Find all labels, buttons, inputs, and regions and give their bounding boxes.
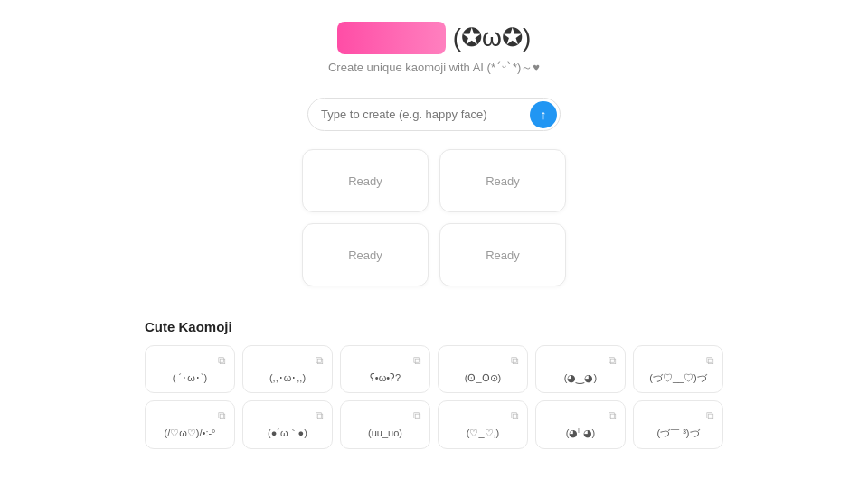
kaomoji-section: Cute Kaomoji ⧉( ´･ω･`)⧉(,,･ω･,,)⧉ʕ•ω•ʔ?⧉… [145,319,723,456]
kaomoji-text-r0-c3: (ʘ_ʘ⊙) [444,371,522,385]
kaomoji-grid-row-2: ⧉(/♡ω♡)/•:-°⧉(●´ω｀●)⧉(uu_uo)⧉(♡_♡,)⧉(◕ˡ … [145,400,723,448]
result-card-3-status: Ready [348,249,382,262]
kaomoji-grid-row-1: ⧉( ´･ω･`)⧉(,,･ω･,,)⧉ʕ•ω•ʔ?⧉(ʘ_ʘ⊙)⧉(◕‿◕)⧉… [145,345,723,393]
result-card-4: Ready [439,223,566,286]
kaomoji-card-r0-c0: ⧉( ´･ω･`) [145,345,235,393]
kaomoji-copy-button-r1-c2[interactable]: ⧉ [410,408,424,423]
kaomoji-text-r1-c1: (●´ω｀●) [249,427,326,440]
kaomoji-copy-button-r1-c5[interactable]: ⧉ [703,408,717,423]
kaomoji-text-r1-c3: (♡_♡,) [444,427,522,440]
header: (✪ω✪) Create unique kaomoji with AI (*ˊᵕ… [328,22,540,76]
kaomoji-text-r0-c4: (◕‿◕) [542,371,619,385]
result-card-1-status: Ready [348,174,382,188]
section-title: Cute Kaomoji [145,319,723,334]
kaomoji-copy-button-r0-c1[interactable]: ⧉ [312,353,326,368]
kaomoji-card-r1-c4: ⧉(◕ˡ ◕) [535,400,626,448]
kaomoji-card-r0-c5: ⧉(づ♡__♡)づ [633,345,723,393]
kaomoji-text-r0-c1: (,,･ω･,,) [249,371,326,385]
kaomoji-card-r1-c1: ⧉(●´ω｀●) [242,400,333,448]
kaomoji-card-r0-c3: ⧉(ʘ_ʘ⊙) [438,345,528,393]
result-card-4-status: Ready [486,249,520,262]
kaomoji-copy-button-r1-c1[interactable]: ⧉ [312,408,326,423]
kaomoji-copy-button-r0-c3[interactable]: ⧉ [507,353,522,368]
logo-row: (✪ω✪) [337,22,532,54]
search-bar-container: ↑ [307,98,561,131]
result-card-2: Ready [439,149,566,212]
kaomoji-copy-button-r1-c0[interactable]: ⧉ [214,408,229,423]
tagline: Create unique kaomoji with AI (*ˊᵕˋ*)～♥ [328,60,540,76]
kaomoji-copy-button-r1-c3[interactable]: ⧉ [507,408,522,423]
kaomoji-text-r1-c2: (uu_uo) [346,427,424,440]
search-submit-button[interactable]: ↑ [530,101,557,128]
result-card-1: Ready [302,149,429,212]
kaomoji-card-r0-c2: ⧉ʕ•ω•ʔ? [340,345,430,393]
kaomoji-card-r0-c4: ⧉(◕‿◕) [535,345,626,393]
kaomoji-text-r1-c5: (づ￣ ³)づ [639,427,717,440]
kaomoji-card-r1-c0: ⧉(/♡ω♡)/•:-° [145,400,235,448]
kaomoji-copy-button-r0-c2[interactable]: ⧉ [410,353,424,368]
kaomoji-copy-button-r1-c4[interactable]: ⧉ [605,408,619,423]
kaomoji-copy-button-r0-c5[interactable]: ⧉ [703,353,717,368]
kaomoji-card-r1-c2: ⧉(uu_uo) [340,400,430,448]
kaomoji-text-r0-c5: (づ♡__♡)づ [639,371,717,385]
kaomoji-text-r1-c0: (/♡ω♡)/•:-° [151,427,229,440]
kaomoji-text-r0-c0: ( ´･ω･`) [151,371,229,385]
search-input[interactable] [307,98,561,131]
result-card-3: Ready [302,223,429,286]
kaomoji-copy-button-r0-c0[interactable]: ⧉ [214,353,229,368]
logo-emoji: (✪ω✪) [453,25,532,51]
result-card-2-status: Ready [486,174,520,188]
kaomoji-text-r0-c2: ʕ•ω•ʔ? [346,371,424,385]
result-cards-grid: Ready Ready Ready Ready [302,149,566,286]
page-container: (✪ω✪) Create unique kaomoji with AI (*ˊᵕ… [0,0,868,456]
kaomoji-card-r0-c1: ⧉(,,･ω･,,) [242,345,333,393]
logo-gradient-bar [337,22,446,54]
kaomoji-text-r1-c4: (◕ˡ ◕) [542,427,619,440]
kaomoji-card-r1-c5: ⧉(づ￣ ³)づ [633,400,723,448]
kaomoji-card-r1-c3: ⧉(♡_♡,) [438,400,528,448]
kaomoji-copy-button-r0-c4[interactable]: ⧉ [605,353,619,368]
